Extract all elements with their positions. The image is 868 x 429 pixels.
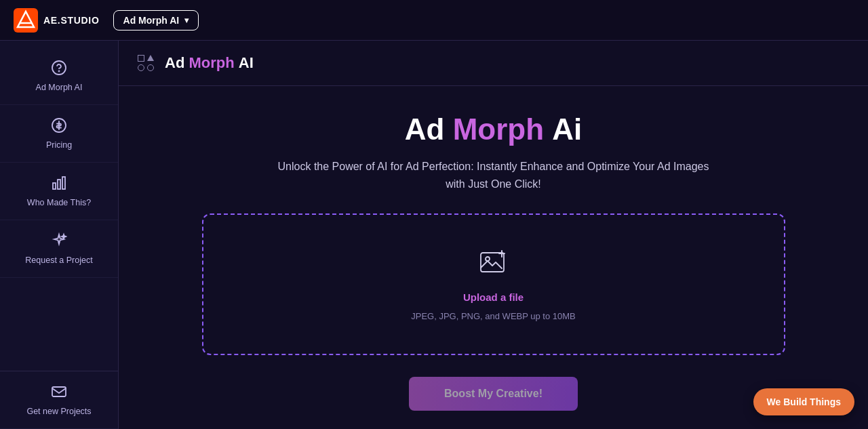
we-build-badge-label: We Build Things [767,396,841,407]
circle-shape [138,64,144,71]
sidebar-item-label: Ad Morph AI [36,83,83,92]
we-build-things-badge[interactable]: We Build Things [753,388,854,415]
sidebar-item-label: Pricing [46,140,72,150]
svg-point-3 [52,61,66,75]
sidebar-bottom-label: Get new Projects [26,407,91,416]
hero-title-pink: Morph [453,113,553,146]
dollar-circle-icon [51,117,67,136]
title-white: Ad [165,54,184,71]
help-circle-icon [51,60,67,79]
hero-title: Ad Morph Ai [405,113,583,146]
square-shape [138,55,144,62]
sidebar-item-request-project[interactable]: Request a Project [0,220,118,278]
upload-hint: JPEG, JPG, PNG, and WEBP up to 10MB [411,311,576,321]
sidebar-item-pricing[interactable]: Pricing [0,105,118,163]
hero-subtitle: Unlock the Power of AI for Ad Perfection… [277,158,711,192]
mail-icon [51,384,67,403]
svg-point-4 [59,71,60,72]
circle-sm-shape [147,64,154,71]
upload-zone[interactable]: Upload a file JPEG, JPG, PNG, and WEBP u… [202,213,785,355]
title-bold: AI [239,54,254,71]
app-switcher-label: Ad Morph AI [123,15,180,26]
triangle-shape [147,55,154,61]
app-switcher-button[interactable]: Ad Morph AI ▾ [113,10,199,30]
sidebar: Ad Morph AI Pricing Who Made This? [0,41,119,429]
chevron-down-icon: ▾ [184,16,189,25]
boost-button[interactable]: Boost My Creative! [409,377,578,411]
bar-chart-icon [51,175,67,194]
sidebar-item-who-made-this[interactable]: Who Made This? [0,163,118,220]
sidebar-item-label: Who Made This? [27,198,91,207]
svg-rect-7 [58,180,60,189]
sidebar-item-ad-morph-ai[interactable]: Ad Morph AI [0,47,118,105]
hero-section: Ad Morph Ai Unlock the Power of AI for A… [119,86,868,429]
main-content: Ad Morph AI Ad Morph Ai Unlock the Power… [119,41,868,429]
upload-label: Upload a file [463,291,524,303]
svg-rect-10 [481,253,504,272]
title-pink: Morph [189,54,238,71]
svg-rect-9 [52,387,66,396]
main-layout: Ad Morph AI Pricing Who Made This? [0,41,868,429]
hero-title-white: Ad [405,113,445,146]
page-title: Ad Morph AI [165,54,254,72]
svg-rect-6 [53,183,56,189]
shapes-icon [138,55,154,71]
hero-title-bold: Ai [552,113,582,146]
ae-studio-logo [14,8,38,33]
svg-rect-8 [62,177,65,189]
sidebar-item-label: Request a Project [25,256,92,265]
brand: AE.STUDIO [14,8,100,33]
top-navbar: AE.STUDIO Ad Morph AI ▾ [0,0,868,41]
brand-name: AE.STUDIO [43,15,100,26]
sidebar-item-get-new-projects[interactable]: Get new Projects [0,371,118,429]
page-header: Ad Morph AI [119,41,868,86]
upload-image-icon [479,247,509,283]
sparkle-icon [51,232,67,251]
